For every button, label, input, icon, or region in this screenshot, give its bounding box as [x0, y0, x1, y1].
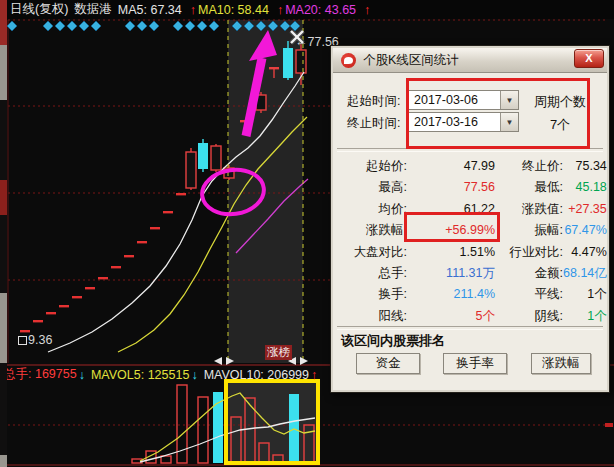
- chart-info-bar: 日线(复权) 数据港 MA5: 67.34↑ MA10: 58.44↑ MA20…: [0, 0, 614, 19]
- end-date-label: 终止时间:: [347, 115, 400, 132]
- stat-label: 总手:: [337, 263, 407, 284]
- low-price-label: 9.36: [28, 333, 52, 347]
- stat-label: 阳线:: [337, 306, 407, 327]
- stat-value: 1个: [563, 306, 607, 327]
- ranking-header: 该区间内股票排名: [341, 332, 445, 350]
- ma20-value: MA20: 43.65: [285, 3, 356, 17]
- rank-by-turnover-button[interactable]: 换手率: [443, 353, 507, 374]
- ma10-up-arrow-icon: ↑: [277, 3, 283, 17]
- rank-tag[interactable]: 涨榜: [265, 345, 292, 360]
- window-edge: [0, 293, 7, 363]
- stat-label: 行业对比:: [495, 242, 563, 263]
- stat-value: 77.56: [407, 177, 495, 198]
- stat-value: 68.14亿: [563, 263, 607, 284]
- window-edge: [0, 180, 7, 215]
- window-edge: [0, 100, 7, 180]
- mavol5-down-arrow-icon: ↓: [191, 368, 197, 382]
- stat-value: 111.31万: [407, 263, 495, 284]
- stat-label: 大盘对比:: [337, 242, 407, 263]
- stat-label: 终止价:: [495, 156, 563, 177]
- mavol5-value: MAVOL5: 125515: [91, 368, 189, 382]
- volume-value: 总手: 169755: [3, 366, 77, 383]
- stat-value: 75.34: [563, 156, 607, 177]
- window-edge: [0, 215, 7, 293]
- rank-by-change-button[interactable]: 涨跌幅: [531, 353, 591, 374]
- stat-label: 金额:: [495, 263, 563, 284]
- window-edge: [0, 455, 7, 467]
- stat-label: 换手:: [337, 284, 407, 305]
- stat-label: 振幅:: [495, 220, 563, 241]
- window-edge: [0, 0, 7, 45]
- ma20-up-arrow-icon: ↑: [364, 3, 370, 17]
- stat-value: 47.99: [407, 156, 495, 177]
- low-marker-icon: [18, 336, 27, 345]
- dialog-title-bar[interactable]: 个股K线区间统计: [333, 48, 607, 73]
- stat-label: 平线:: [495, 284, 563, 305]
- stat-value: 67.47%: [563, 220, 607, 241]
- volume-down-arrow-icon: ↓: [79, 368, 85, 382]
- app-logo-icon: [341, 53, 356, 68]
- stat-value: +27.35: [563, 199, 607, 220]
- annotation-box-change: [404, 212, 500, 242]
- stat-label: 涨跌值:: [495, 199, 563, 220]
- stat-value: 1.51%: [407, 242, 495, 263]
- stat-value: 5个: [407, 306, 495, 327]
- dialog-title: 个股K线区间统计: [363, 52, 459, 69]
- close-button[interactable]: X: [574, 49, 604, 68]
- stat-value: 1个: [563, 284, 607, 305]
- stat-label: 涨跌幅:: [337, 220, 407, 241]
- ma5-up-arrow-icon: ↑: [190, 3, 196, 17]
- window-edge: [0, 363, 7, 455]
- rank-by-funds-button[interactable]: 资金: [356, 353, 420, 374]
- ma10-value: MA10: 58.44: [198, 3, 269, 17]
- volume-info-bar: 总手: 169755↓ MAVOL5: 125515↓ MAVOL10: 206…: [3, 366, 317, 383]
- stat-label: 均价:: [337, 199, 407, 220]
- stat-label: 阴线:: [495, 306, 563, 327]
- high-arrow-icon: ←: [295, 35, 308, 49]
- mavol10-up-arrow-icon: ↑: [311, 368, 317, 382]
- start-date-label: 起始时间:: [347, 93, 400, 110]
- period-label: 日线(复权): [10, 1, 68, 18]
- stock-name: 数据港: [74, 1, 112, 18]
- stat-label: 最低:: [495, 177, 563, 198]
- window-edge: [0, 45, 7, 100]
- stat-label: 最高:: [337, 177, 407, 198]
- stat-value: 4.47%: [563, 242, 607, 263]
- stat-value: 211.4%: [407, 284, 495, 305]
- stat-value: 45.18: [563, 177, 607, 198]
- mavol10-value: MAVOL10: 206999: [204, 368, 309, 382]
- low-price-marker: 9.36: [18, 333, 52, 347]
- kline-window: 日线(复权) 数据港 MA5: 67.34↑ MA10: 58.44↑ MA20…: [0, 0, 614, 467]
- divider: [337, 326, 603, 330]
- stat-label: 起始价:: [337, 156, 407, 177]
- ma5-value: MA5: 67.34: [118, 3, 182, 17]
- annotation-box-dates: [406, 78, 590, 149]
